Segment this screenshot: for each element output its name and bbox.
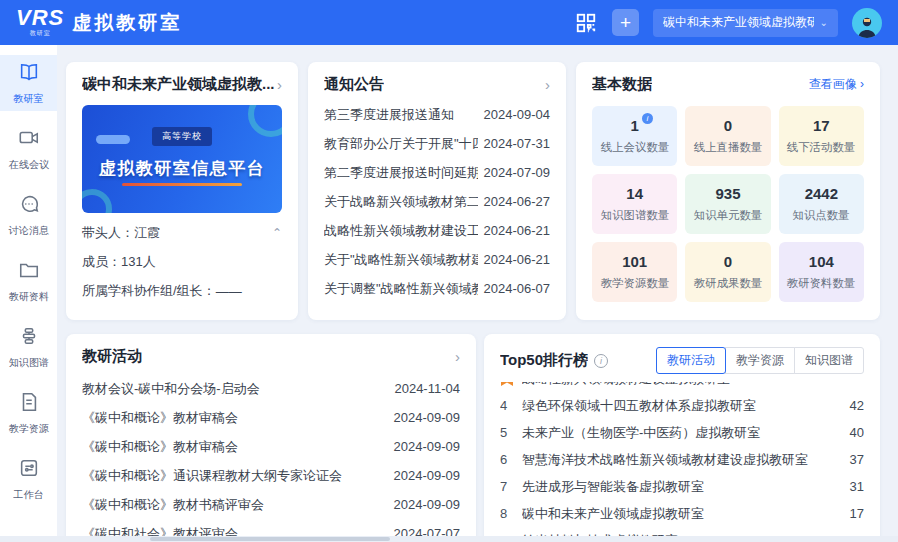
logo-mark: VRS 教研室 — [16, 7, 64, 38]
banner-title: 虚拟教研室信息平台 — [82, 157, 282, 180]
stat-offline-activities: 17 线下活动数量 — [779, 106, 864, 166]
ranking-row[interactable]: 8 碳中和未来产业领域虚拟教研室 17 — [500, 500, 864, 527]
activity-row[interactable]: 《碳中和概论》教材审稿会 2024-09-09 — [82, 432, 460, 461]
ranking-row[interactable]: 4 绿色环保领域十四五教材体系虚拟教研室 42 — [500, 392, 864, 419]
basic-data-card: 基本数据 查看画像 › 1i 线上会议数量 0 线上直播数量 17 线下活动数量… — [576, 62, 880, 320]
stats-grid: 1i 线上会议数量 0 线上直播数量 17 线下活动数量 14 知识图谱数量 9… — [592, 106, 864, 302]
activity-row[interactable]: 《碳中和概论》通识课程教材大纲专家论证会 2024-09-09 — [82, 461, 460, 490]
workspace-select-value: 碳中和未来产业领域虚拟教研室 — [663, 14, 814, 31]
ranking-row[interactable]: 7 先进成形与智能装备虚拟教研室 31 — [500, 473, 864, 500]
notices-card: 通知公告 第三季度进展报送通知 2024-09-04 教育部办公厅关于开展"十四… — [308, 62, 566, 320]
app-logo: VRS 教研室 虚拟教研室 — [16, 7, 182, 38]
medal-3-icon — [500, 382, 514, 387]
sidebar-item-knowledge-graph[interactable]: 知识图谱 — [0, 319, 57, 375]
ranking-row[interactable]: 6 智慧海洋技术战略性新兴领域教材建设虚拟教研室 37 — [500, 446, 864, 473]
sidebar: 教研室 在线会议 讨论消息 教研资料 — [0, 45, 57, 542]
graph-icon — [18, 325, 40, 351]
chevron-right-icon[interactable] — [277, 77, 282, 92]
room-title: 碳中和未来产业领域虚拟教... — [82, 75, 275, 94]
notice-row[interactable]: 关于战略新兴领域教材第二季... 2024-06-27 — [324, 187, 550, 216]
ranking-row-clipped[interactable]: 战略性新兴领域教材建设虚拟教研室 — [500, 382, 864, 392]
sidebar-item-online-meeting[interactable]: 在线会议 — [0, 121, 57, 177]
activities-title: 教研活动 — [82, 347, 142, 366]
stat-teaching-resources: 101 教学资源数量 — [592, 242, 677, 302]
activity-row[interactable]: 教材会议-碳中和分会场-启动会 2024-11-04 — [82, 374, 460, 403]
scrollbar-thumb[interactable] — [150, 537, 390, 541]
folder-icon — [18, 259, 40, 285]
workspace-select[interactable]: 碳中和未来产业领域虚拟教研室 ⌄ — [653, 9, 838, 37]
sidebar-item-research-materials[interactable]: 教研资料 — [0, 253, 57, 309]
notice-row[interactable]: 关于"战略性新兴领域教材建... 2024-06-21 — [324, 245, 550, 274]
notice-row[interactable]: 第二季度进展报送时间延期通知 2024-07-09 — [324, 158, 550, 187]
sidebar-item-teaching-resources[interactable]: 教学资源 — [0, 385, 57, 441]
stat-live-streams: 0 线上直播数量 — [685, 106, 770, 166]
basic-data-title: 基本数据 — [592, 75, 652, 94]
sidebar-item-workbench[interactable]: 工作台 — [0, 451, 57, 507]
room-members-row: 成员： 131人 — [82, 253, 282, 271]
sidebar-item-teaching-room[interactable]: 教研室 — [0, 55, 57, 111]
user-avatar[interactable] — [852, 8, 882, 38]
ranking-title: Top50排行榜 — [500, 351, 588, 370]
banner-badge: 高等学校 — [152, 127, 212, 146]
stat-knowledge-graphs: 14 知识图谱数量 — [592, 174, 677, 234]
tab-knowledge-graph[interactable]: 知识图谱 — [794, 347, 864, 374]
qr-code-icon[interactable] — [574, 11, 598, 35]
ranking-list: 战略性新兴领域教材建设虚拟教研室 4 绿色环保领域十四五教材体系虚拟教研室 42… — [500, 382, 864, 542]
notice-list: 第三季度进展报送通知 2024-09-04 教育部办公厅关于开展"十四... 2… — [324, 100, 550, 303]
add-button[interactable]: + — [612, 9, 639, 36]
info-icon[interactable] — [594, 354, 608, 368]
logo-text: 虚拟教研室 — [72, 10, 182, 36]
chat-icon — [18, 193, 40, 219]
notice-row[interactable]: 战略性新兴领域教材建设工作... 2024-06-21 — [324, 216, 550, 245]
notice-row[interactable]: 第三季度进展报送通知 2024-09-04 — [324, 100, 550, 129]
workbench-icon — [18, 457, 40, 483]
activity-row[interactable]: 《碳中和概论》教材审稿会 2024-09-09 — [82, 403, 460, 432]
chevron-right-icon[interactable] — [455, 349, 460, 364]
horizontal-scrollbar[interactable] — [0, 536, 898, 542]
main-content: 碳中和未来产业领域虚拟教... 高等学校 虚拟教研室信息平台 带头人： 江霞 成… — [57, 45, 898, 542]
notices-title: 通知公告 — [324, 75, 384, 94]
chevron-up-icon[interactable] — [272, 227, 282, 239]
room-group-row: 所属学科协作组/组长： —— — [82, 282, 282, 300]
activity-row[interactable]: 《碳中和概论》教材书稿评审会 2024-09-09 — [82, 490, 460, 519]
notice-row[interactable]: 关于调整"战略性新兴领域教... 2024-06-07 — [324, 274, 550, 303]
ranking-card: Top50排行榜 教研活动 教学资源 知识图谱 战略性新兴领域教材建设虚拟教研室… — [484, 334, 880, 542]
book-icon — [18, 61, 40, 87]
room-banner-image: 高等学校 虚拟教研室信息平台 — [82, 105, 282, 213]
tab-research-activities[interactable]: 教研活动 — [656, 347, 726, 374]
stat-knowledge-units: 935 知识单元数量 — [685, 174, 770, 234]
stat-research-outcomes: 0 教研成果数量 — [685, 242, 770, 302]
notice-row[interactable]: 教育部办公厅关于开展"十四... 2024-07-31 — [324, 129, 550, 158]
sidebar-item-discussion[interactable]: 讨论消息 — [0, 187, 57, 243]
video-icon — [18, 127, 40, 153]
tab-teaching-resources[interactable]: 教学资源 — [725, 347, 795, 374]
room-leader-row: 带头人： 江霞 — [82, 224, 282, 242]
app-header: VRS 教研室 虚拟教研室 + 碳中和未来产业领域虚拟教研室 ⌄ — [0, 0, 898, 45]
view-profile-link[interactable]: 查看画像 › — [809, 76, 864, 93]
stat-online-meetings: 1i 线上会议数量 — [592, 106, 677, 166]
chevron-right-icon[interactable] — [545, 77, 550, 92]
activities-card: 教研活动 教材会议-碳中和分会场-启动会 2024-11-04 《碳中和概论》教… — [66, 334, 476, 542]
info-icon[interactable]: i — [642, 113, 653, 124]
room-info-card: 碳中和未来产业领域虚拟教... 高等学校 虚拟教研室信息平台 带头人： 江霞 成… — [66, 62, 298, 320]
stat-research-materials: 104 教研资料数量 — [779, 242, 864, 302]
document-icon — [18, 391, 40, 417]
ranking-row[interactable]: 5 未来产业（生物医学-中医药）虚拟教研室 40 — [500, 419, 864, 446]
stat-knowledge-points: 2442 知识点数量 — [779, 174, 864, 234]
ranking-tabs: 教研活动 教学资源 知识图谱 — [656, 347, 864, 374]
activity-list: 教材会议-碳中和分会场-启动会 2024-11-04 《碳中和概论》教材审稿会 … — [82, 374, 460, 542]
chevron-down-icon: ⌄ — [820, 17, 828, 28]
